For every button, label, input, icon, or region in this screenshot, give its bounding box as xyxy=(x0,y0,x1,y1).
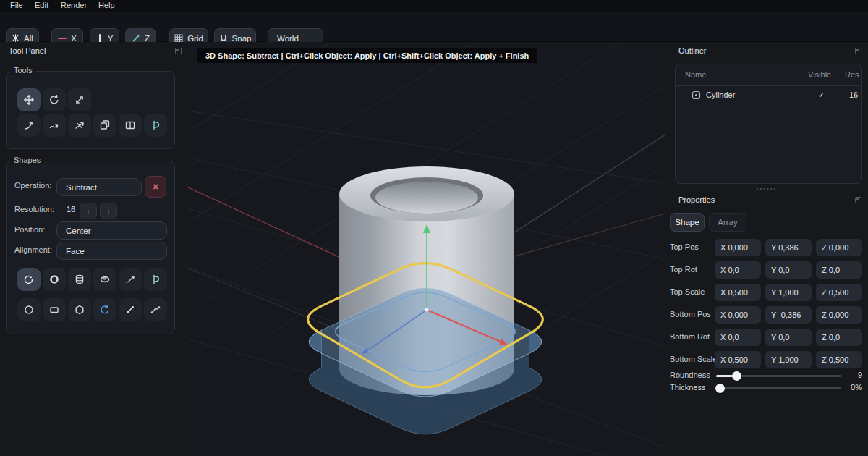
bottom-pos-x-field[interactable]: X 0,000 xyxy=(715,306,761,324)
roundness-slider[interactable] xyxy=(716,375,841,377)
twist-icon xyxy=(74,119,85,131)
resolution-label: Resolution: xyxy=(14,205,54,214)
resolution-decrease-button[interactable]: ↓ xyxy=(80,203,97,219)
top-pos-x-field[interactable]: X 0,000 xyxy=(715,239,761,256)
alignment-dropdown[interactable]: Face xyxy=(56,242,167,260)
menu-render[interactable]: Render xyxy=(61,1,87,9)
column-visible[interactable]: Visible xyxy=(808,70,831,79)
bottom-pos-y-field[interactable]: Y -0,386 xyxy=(765,306,812,324)
hexagon-shape-button[interactable] xyxy=(68,298,91,321)
viewport-status-text: 3D Shape: Subtract | Ctrl+Click Object: … xyxy=(205,51,529,60)
thickness-slider-handle[interactable] xyxy=(715,384,725,393)
position-dropdown[interactable]: Center xyxy=(56,221,167,240)
bottom-scale-y-field[interactable]: Y 1,000 xyxy=(765,351,812,368)
scale-icon xyxy=(74,94,85,106)
array-tool-button[interactable] xyxy=(93,114,116,137)
circle-shape-button[interactable] xyxy=(17,298,41,321)
torus-top-shape-button[interactable] xyxy=(43,268,66,291)
twist-tool-button[interactable] xyxy=(68,114,91,137)
move-tool-button[interactable] xyxy=(17,88,41,111)
lathe-shape-button[interactable] xyxy=(93,298,116,321)
thickness-value: 0% xyxy=(841,383,862,392)
screw-icon xyxy=(150,119,161,131)
ramp-curve-icon xyxy=(124,274,136,285)
object-res[interactable]: 16 xyxy=(849,90,858,99)
thickness-label: Thickness xyxy=(670,383,706,392)
menu-file[interactable]: File xyxy=(10,1,23,9)
position-label: Position: xyxy=(14,225,45,234)
right-panel: Outliner Name Visible Res Cylinder ✓ 16 … xyxy=(665,42,868,456)
roundness-slider-handle[interactable] xyxy=(732,371,741,381)
rotate-tool-button[interactable] xyxy=(43,88,66,111)
properties-title: Properties xyxy=(678,195,715,204)
tools-group-label: Tools xyxy=(10,66,36,75)
cylinder-shape-button[interactable] xyxy=(68,268,91,291)
line-shape-button[interactable] xyxy=(119,298,142,321)
circular-arrows-icon xyxy=(99,304,111,316)
position-value: Center xyxy=(66,227,91,235)
line-segment-icon xyxy=(124,304,136,316)
ramp-shape-button[interactable] xyxy=(119,268,142,291)
screw-tool-button[interactable] xyxy=(144,114,167,137)
column-name[interactable]: Name xyxy=(685,70,706,79)
viewport-3d[interactable]: 3D Shape: Subtract | Ctrl+Click Object: … xyxy=(187,42,665,456)
pin-icon[interactable] xyxy=(855,48,861,54)
scale-tool-button[interactable] xyxy=(68,88,91,111)
bottom-pos-label: Bottom Pos xyxy=(670,310,711,318)
object-cylinder-icon xyxy=(692,90,701,100)
pin-icon[interactable] xyxy=(175,48,182,54)
top-rot-x-field[interactable]: X 0,0 xyxy=(715,261,761,279)
operation-dropdown[interactable]: Subtract xyxy=(56,178,142,196)
top-scale-x-field[interactable]: X 0,500 xyxy=(715,284,761,301)
arrow-up-icon: ↑ xyxy=(106,207,111,216)
cancel-operation-button[interactable]: × xyxy=(145,176,166,198)
top-rot-y-field[interactable]: Y 0,0 xyxy=(765,261,812,279)
top-rot-z-field[interactable]: Z 0,0 xyxy=(816,261,862,279)
revolve-profile-icon xyxy=(150,274,161,285)
bend-tool-button[interactable] xyxy=(17,114,41,137)
resolution-value[interactable]: 16 xyxy=(67,205,75,214)
rotate-icon xyxy=(48,94,60,106)
sphere-shape-button[interactable] xyxy=(17,268,41,291)
bottom-rot-label: Bottom Rot xyxy=(670,332,710,341)
shapes-group-label: Shapes xyxy=(10,156,44,164)
visible-check[interactable]: ✓ xyxy=(818,90,825,100)
torus-side-shape-button[interactable] xyxy=(93,268,116,291)
thickness-slider[interactable] xyxy=(716,387,841,389)
resolution-increase-button[interactable]: ↑ xyxy=(100,203,117,219)
pin-icon[interactable] xyxy=(855,197,861,203)
application-window: File Edit Render Help All X Y xyxy=(0,0,868,456)
bottom-scale-z-field[interactable]: Z 0,500 xyxy=(816,351,862,368)
top-pos-y-field[interactable]: Y 0,386 xyxy=(765,239,812,256)
bottom-rot-y-field[interactable]: Y 0,0 xyxy=(765,329,812,346)
star-all-icon xyxy=(12,34,20,42)
top-pos-z-field[interactable]: Z 0,000 xyxy=(816,239,862,256)
mirror-tool-button[interactable] xyxy=(119,114,142,137)
bottom-pos-z-field[interactable]: Z 0,000 xyxy=(816,306,862,324)
revolve-shape-button[interactable] xyxy=(144,268,167,291)
bottom-rot-x-field[interactable]: X 0,0 xyxy=(715,329,761,346)
menu-bar: File Edit Render Help xyxy=(0,0,868,12)
column-res[interactable]: Res xyxy=(845,70,859,79)
object-name[interactable]: Cylinder xyxy=(706,90,735,99)
top-scale-z-field[interactable]: Z 0,500 xyxy=(816,284,862,301)
torus-top-icon xyxy=(48,274,60,285)
outliner-title: Outliner xyxy=(678,46,707,55)
snap-toggle-label: Snap xyxy=(232,34,252,43)
menu-help[interactable]: Help xyxy=(98,1,115,9)
tab-array[interactable]: Array xyxy=(709,213,746,232)
bottom-rot-z-field[interactable]: Z 0,0 xyxy=(816,329,862,346)
menu-edit[interactable]: Edit xyxy=(35,1,48,9)
curve-tool-button[interactable] xyxy=(43,114,66,137)
operation-label: Operation: xyxy=(14,181,51,190)
bottom-scale-x-field[interactable]: X 0,500 xyxy=(715,351,761,368)
curve-arrow-icon xyxy=(48,119,60,131)
top-scale-y-field[interactable]: Y 1,000 xyxy=(765,284,812,301)
table-row-cylinder[interactable]: Cylinder ✓ 16 xyxy=(676,86,861,105)
tab-shape[interactable]: Shape xyxy=(670,213,705,232)
alignment-value: Face xyxy=(66,247,85,256)
rectangle-shape-button[interactable] xyxy=(43,298,66,321)
panel-resize-handle[interactable]: •••••• xyxy=(665,185,868,192)
tool-panel-title: Tool Panel xyxy=(9,46,46,55)
polyline-shape-button[interactable] xyxy=(144,298,167,321)
